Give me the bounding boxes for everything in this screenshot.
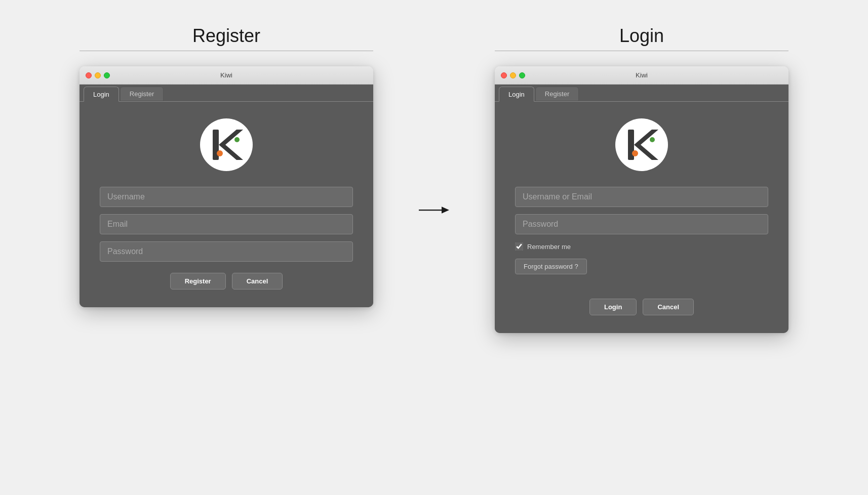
- svg-point-4: [217, 150, 223, 156]
- login-submit-button[interactable]: Login: [589, 299, 637, 315]
- register-window: Kiwi Login Register: [80, 66, 373, 307]
- svg-point-12: [632, 150, 638, 156]
- register-buttons-row: Register Cancel: [100, 273, 353, 290]
- svg-point-8: [615, 118, 668, 171]
- remember-me-row: Remember me: [515, 242, 768, 251]
- register-section: Register Kiwi Login Register: [80, 25, 373, 307]
- register-cancel-button[interactable]: Cancel: [232, 273, 283, 290]
- login-username-group: [515, 187, 768, 207]
- svg-marker-7: [442, 207, 449, 214]
- login-window-content: Login Register: [495, 85, 788, 333]
- register-traffic-lights: [86, 72, 110, 78]
- login-maximize-button[interactable]: [519, 72, 525, 78]
- register-body: Register Cancel: [80, 102, 373, 307]
- forgot-password-button[interactable]: Forgot password ?: [515, 259, 587, 274]
- login-logo-container: [614, 117, 669, 173]
- register-email-input[interactable]: [100, 214, 353, 234]
- register-window-content: Login Register: [80, 85, 373, 307]
- register-email-group: [100, 214, 353, 234]
- svg-point-13: [650, 137, 655, 142]
- svg-point-5: [234, 137, 240, 142]
- login-tab-register[interactable]: Register: [535, 87, 579, 101]
- login-window-title: Kiwi: [636, 71, 648, 79]
- register-username-input[interactable]: [100, 187, 353, 207]
- login-tab-login[interactable]: Login: [499, 87, 534, 102]
- register-maximize-button[interactable]: [104, 72, 110, 78]
- login-traffic-lights: [501, 72, 525, 78]
- login-username-input[interactable]: [515, 187, 768, 207]
- register-divider: [80, 51, 373, 51]
- register-tabs: Login Register: [80, 85, 373, 102]
- register-close-button[interactable]: [86, 72, 92, 78]
- login-tabs: Login Register: [495, 85, 788, 102]
- svg-point-0: [200, 118, 253, 171]
- login-cancel-button[interactable]: Cancel: [643, 299, 694, 315]
- login-password-input[interactable]: [515, 214, 768, 234]
- register-username-group: [100, 187, 353, 207]
- remember-me-checkbox[interactable]: [515, 242, 523, 251]
- login-buttons-row: Login Cancel: [515, 299, 768, 315]
- register-logo-container: [199, 117, 254, 173]
- register-title: Register: [192, 25, 260, 47]
- login-password-group: [515, 214, 768, 234]
- register-window-title: Kiwi: [220, 71, 232, 79]
- login-section: Login Kiwi Login Register: [495, 25, 788, 333]
- login-close-button[interactable]: [501, 72, 507, 78]
- register-submit-button[interactable]: Register: [170, 273, 226, 290]
- register-password-group: [100, 241, 353, 262]
- login-title: Login: [619, 25, 664, 47]
- login-kiwi-logo: [614, 117, 669, 173]
- register-minimize-button[interactable]: [95, 72, 101, 78]
- transition-arrow: [419, 202, 449, 218]
- login-minimize-button[interactable]: [510, 72, 516, 78]
- login-titlebar: Kiwi: [495, 66, 788, 85]
- page-layout: Register Kiwi Login Register: [0, 15, 868, 333]
- forgot-password-container: Forgot password ?: [515, 259, 768, 284]
- register-tab-login[interactable]: Login: [84, 87, 119, 102]
- remember-me-label: Remember me: [527, 243, 571, 251]
- register-kiwi-logo: [199, 117, 254, 173]
- register-tab-register[interactable]: Register: [120, 87, 164, 101]
- register-titlebar: Kiwi: [80, 66, 373, 85]
- register-password-input[interactable]: [100, 241, 353, 262]
- login-body: Remember me Forgot password ? Login Canc…: [495, 102, 788, 333]
- login-divider: [495, 51, 788, 51]
- arrow-container: [414, 25, 454, 218]
- login-window: Kiwi Login Register: [495, 66, 788, 333]
